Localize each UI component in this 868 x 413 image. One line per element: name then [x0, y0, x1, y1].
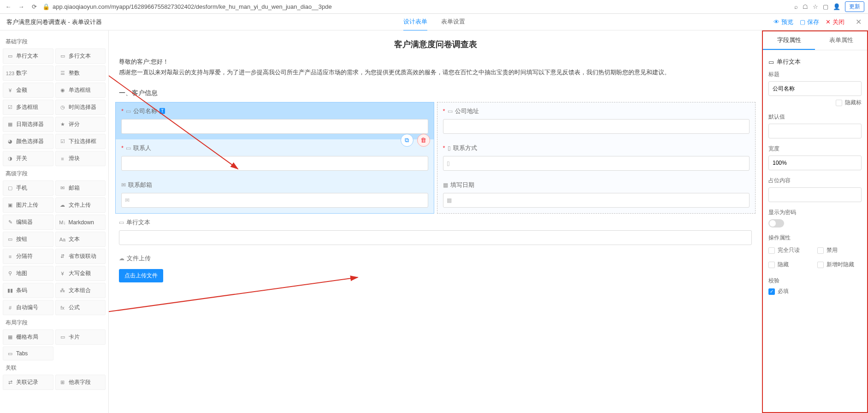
field-contact-email[interactable]: ✉联系邮箱 ✉ [116, 176, 434, 213]
palette-item[interactable]: ▭卡片 [55, 329, 106, 345]
field-single-text[interactable]: ▭单行文本 [112, 214, 758, 250]
palette-item[interactable]: Aa文本 [55, 232, 106, 247]
field-company-name[interactable]: *▭公司名称T ⧉ 🗑 [116, 102, 434, 139]
palette-item[interactable]: #自动编号 [3, 300, 53, 315]
palette-item[interactable]: ★评分 [55, 117, 106, 132]
field-label: 多行文本 [69, 52, 91, 60]
palette-item[interactable]: ▭多行文本 [55, 48, 106, 64]
tab-form-settings[interactable]: 表单设置 [441, 13, 465, 31]
required-checkbox[interactable]: ✓ [768, 288, 775, 295]
contact-method-input[interactable] [443, 156, 750, 171]
show-password-toggle[interactable] [768, 219, 784, 227]
palette-item[interactable]: ◉单选框组 [55, 83, 106, 98]
palette-item[interactable]: ¥金额 [3, 83, 53, 98]
tab-form-props[interactable]: 表单属性 [815, 31, 867, 50]
palette-item[interactable]: ▭单行文本 [3, 48, 53, 64]
window-icon[interactable]: ▢ [823, 3, 828, 10]
field-label: 编辑器 [16, 218, 33, 226]
palette-item[interactable]: ▭Tabs [3, 347, 53, 360]
palette-item[interactable]: ⚲地图 [3, 266, 53, 281]
url-bar[interactable]: 🔒 app.qiaoqiaoyun.com/myapp/162896675582… [42, 3, 791, 10]
field-icon: ⁂ [59, 287, 66, 294]
hide-title-checkbox[interactable] [836, 100, 842, 106]
palette-item[interactable]: ▣图片上传 [3, 198, 53, 213]
tab-design-form[interactable]: 设计表单 [403, 13, 427, 31]
prop-width-input[interactable] [768, 156, 862, 170]
palette-item[interactable]: ¥大写金额 [55, 266, 106, 281]
contact-email-input[interactable] [121, 193, 428, 208]
readonly-checkbox[interactable] [768, 247, 775, 254]
palette-item[interactable]: ☁文件上传 [55, 198, 106, 213]
update-button[interactable]: 更新 [845, 1, 864, 12]
palette-item[interactable]: ☑多选框组 [3, 100, 53, 115]
field-label: 滑块 [69, 155, 80, 162]
company-name-input[interactable] [121, 119, 428, 134]
palette-item[interactable]: ✉邮箱 [55, 180, 106, 196]
palette-item[interactable]: ☰整数 [55, 66, 106, 81]
upload-button[interactable]: 点击上传文件 [119, 269, 163, 282]
field-icon: ▦ [7, 334, 13, 341]
preview-button[interactable]: 👁预览 [774, 18, 793, 26]
field-icon: Aa [59, 236, 66, 243]
palette-item[interactable]: ⊞他表字段 [55, 375, 106, 390]
contact-person-input[interactable] [121, 156, 428, 171]
palette-item[interactable]: ☑下拉选择框 [55, 134, 106, 149]
field-contact-method[interactable]: *▯联系方式 ▯ [437, 139, 756, 176]
forward-icon[interactable]: → [17, 2, 26, 12]
palette-item[interactable]: M↓Markdown [55, 215, 106, 230]
palette-item[interactable]: ▦栅格布局 [3, 329, 53, 345]
hide-on-add-checkbox[interactable] [817, 262, 824, 268]
palette-item[interactable]: ≡分隔符 [3, 249, 53, 264]
prop-default-input[interactable] [768, 124, 862, 138]
text-icon: ▭ [126, 108, 131, 114]
form-canvas[interactable]: 客户满意度问卷调查表 尊敬的客户:您好！ 感谢您一直以来对敲敲云的支持与厚爱，为… [109, 30, 762, 413]
fill-date-input[interactable] [443, 193, 750, 208]
prop-placeholder-input[interactable] [768, 187, 862, 202]
prop-operation-label: 操作属性 [768, 234, 862, 242]
key-icon[interactable]: ⌕ [794, 3, 798, 10]
disabled-checkbox[interactable] [817, 247, 824, 254]
close-button[interactable]: ✕关闭 [826, 18, 844, 26]
field-icon: ¥ [7, 87, 13, 94]
save-button[interactable]: ▢保存 [800, 18, 819, 26]
palette-item[interactable]: fx公式 [55, 300, 106, 315]
save-icon: ▢ [800, 18, 805, 25]
palette-item[interactable]: ✎编辑器 [3, 215, 53, 230]
field-company-address[interactable]: *▭公司地址 [437, 102, 756, 139]
field-icon: ⊞ [59, 379, 66, 386]
field-fill-date[interactable]: ▦填写日期 ▦ [437, 176, 756, 213]
palette-item[interactable]: ▭按钮 [3, 232, 53, 247]
grid-col-left[interactable]: *▭公司名称T ⧉ 🗑 *▭联系人 ✉联系邮箱 ✉ [115, 102, 434, 214]
field-label: 金额 [16, 86, 27, 94]
reload-icon[interactable]: ⟳ [30, 2, 39, 12]
hidden-checkbox[interactable] [768, 262, 775, 268]
field-file-upload[interactable]: ☁文件上传 点击上传文件 [112, 250, 758, 287]
phone-icon: ▯ [447, 160, 450, 167]
prop-title-input[interactable] [768, 81, 862, 96]
palette-item[interactable]: ▦日期选择器 [3, 117, 53, 132]
dismiss-icon[interactable]: ✕ [856, 18, 862, 26]
field-contact-person[interactable]: *▭联系人 [116, 139, 434, 176]
single-text-input[interactable] [119, 230, 752, 245]
field-label: 关联记录 [16, 378, 38, 386]
palette-item[interactable]: ◑开关 [3, 151, 53, 166]
palette-item[interactable]: ⇵省市级联动 [55, 249, 106, 264]
palette-item[interactable]: ▮▮条码 [3, 283, 53, 298]
tab-field-props[interactable]: 字段属性 [763, 31, 815, 50]
palette-item[interactable]: ◕颜色选择器 [3, 134, 53, 149]
palette-item[interactable]: 123数字 [3, 66, 53, 81]
company-address-input[interactable] [443, 119, 750, 134]
field-label: 大写金额 [69, 269, 91, 277]
palette-item[interactable]: ≡滑块 [55, 151, 106, 166]
share-icon[interactable]: ☖ [803, 3, 808, 10]
back-icon[interactable]: ← [4, 2, 13, 12]
star-icon[interactable]: ☆ [813, 3, 818, 10]
intro-body: 感谢您一直以来对敲敲云的支持与厚爱，为了进一步提高我公司所生产产品适应市场的需求… [119, 67, 752, 78]
grid-col-right[interactable]: *▭公司地址 *▯联系方式 ▯ ▦填写日期 ▦ [437, 102, 756, 214]
profile-icon[interactable]: 👤 [833, 3, 840, 10]
palette-item[interactable]: ▢手机 [3, 180, 53, 196]
prop-show-pwd-label: 显示为密码 [768, 209, 862, 216]
palette-item[interactable]: ◷时间选择器 [55, 100, 106, 115]
palette-item[interactable]: ⇄关联记录 [3, 375, 53, 390]
palette-item[interactable]: ⁂文本组合 [55, 283, 106, 298]
